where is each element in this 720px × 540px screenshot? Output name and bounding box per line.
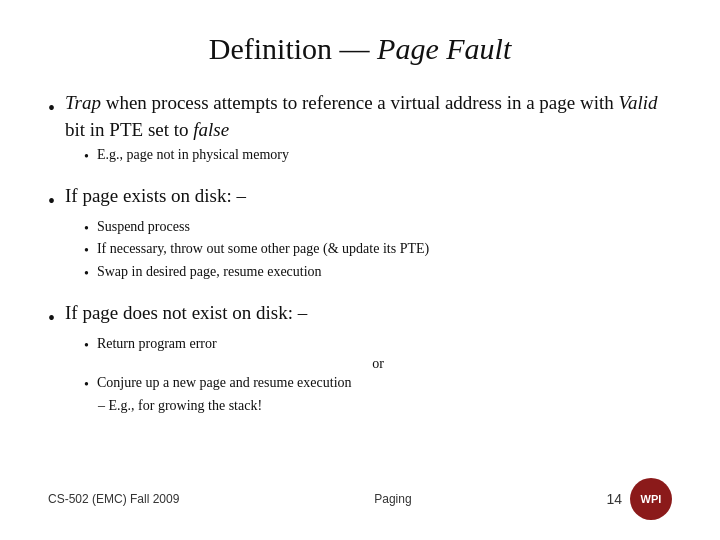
sub-dot-2c: • [84,264,89,284]
sub-throw-out-text: If necessary, throw out some other page … [97,239,429,259]
false-italic: false [193,119,229,140]
footer-right: 14 WPI [606,478,672,520]
bullet-dot-2: • [48,187,55,215]
sub-eg-memory: • E.g., page not in physical memory [84,145,672,167]
trap-sub-items: • E.g., page not in physical memory [48,145,672,167]
section-trap: • Trap when process attempts to referenc… [48,90,672,167]
title-italic: Page Fault [377,32,511,65]
footer-topic: Paging [374,492,411,506]
sub-throw-out: • If necessary, throw out some other pag… [84,239,672,261]
valid-italic: Valid [619,92,658,113]
bullet-if-not-exists-text: If page does not exist on disk: – [65,300,672,327]
sub-dot-3b: • [84,375,89,395]
page-number: 14 [606,491,622,507]
sub-suspend: • Suspend process [84,217,672,239]
slide-content: • Trap when process attempts to referenc… [48,90,672,470]
sub-return-error-text: Return program error [97,334,217,354]
sub-conjure: • Conjure up a new page and resume execu… [84,373,672,395]
bullet-if-exists-text: If page exists on disk: – [65,183,672,210]
sub-dot-2a: • [84,219,89,239]
bullet-dot-1: • [48,94,55,122]
trap-italic: Trap [65,92,101,113]
footer-course: CS-502 (EMC) Fall 2009 [48,492,179,506]
wpi-logo-text: WPI [641,493,662,505]
title-definition: Definition — [209,32,377,65]
slide: Definition — Page Fault • Trap when proc… [0,0,720,540]
section-if-exists: • If page exists on disk: – • Suspend pr… [48,183,672,284]
wpi-logo: WPI [630,478,672,520]
bullet-dot-3: • [48,304,55,332]
sub-swap-in-text: Swap in desired page, resume execution [97,262,322,282]
slide-footer: CS-502 (EMC) Fall 2009 Paging 14 WPI [48,470,672,520]
slide-title: Definition — Page Fault [48,32,672,66]
bullet-trap: • Trap when process attempts to referenc… [48,90,672,143]
sub-dot-2b: • [84,241,89,261]
sub-dot-3a: • [84,336,89,356]
sub-eg-memory-text: E.g., page not in physical memory [97,145,289,165]
sub-swap-in: • Swap in desired page, resume execution [84,262,672,284]
sub-growing-stack: – E.g., for growing the stack! [98,396,672,416]
sub-suspend-text: Suspend process [97,217,190,237]
if-exists-sub-items: • Suspend process • If necessary, throw … [48,217,672,284]
if-not-exists-sub-items: • Return program error or • Conjure up a… [48,334,672,416]
bullet-trap-text: Trap when process attempts to reference … [65,90,672,143]
section-if-not-exists: • If page does not exist on disk: – • Re… [48,300,672,416]
sub-conjure-text: Conjure up a new page and resume executi… [97,373,352,393]
bullet-if-exists: • If page exists on disk: – [48,183,672,215]
or-text: or [84,356,672,372]
sub-return-error: • Return program error [84,334,672,356]
sub-dot-1: • [84,147,89,167]
bullet-if-not-exists: • If page does not exist on disk: – [48,300,672,332]
